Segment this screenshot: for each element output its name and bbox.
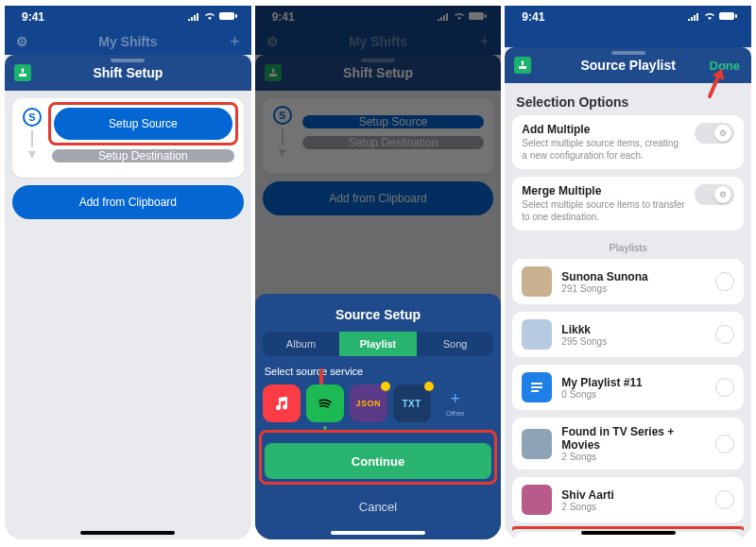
plus-icon: +	[230, 32, 240, 52]
setup-source-label: Setup Source	[109, 117, 178, 130]
home-indicator[interactable]	[581, 531, 676, 535]
playlist-art	[522, 372, 552, 402]
playlist-count: 0 Songs	[561, 389, 706, 400]
screen-source-playlist: 9:41 Source Playlist Done Selection Opti…	[505, 6, 751, 539]
wifi-icon	[203, 10, 216, 24]
playlist-radio[interactable]	[715, 325, 734, 344]
home-indicator[interactable]	[80, 531, 175, 535]
source-setup-sheet: Source Setup Album Playlist Song Select …	[255, 294, 502, 539]
sheet-title: Shift Setup	[93, 65, 163, 80]
cancel-label: Cancel	[359, 500, 397, 514]
seg-playlist[interactable]: Playlist	[339, 332, 417, 356]
service-other[interactable]: + Other	[437, 385, 474, 422]
signal-icon	[187, 10, 200, 24]
continue-button[interactable]: Continue	[265, 443, 492, 479]
export-icon[interactable]	[514, 57, 531, 74]
highlight-continue: Continue	[263, 434, 494, 481]
arrow-down-icon: ▼	[26, 147, 39, 161]
playlist-radio[interactable]	[715, 490, 734, 509]
sheet-handle[interactable]	[611, 51, 645, 55]
svg-rect-1	[235, 14, 237, 18]
svg-rect-0	[219, 12, 234, 20]
home-indicator[interactable]	[331, 531, 425, 535]
signal-icon	[687, 10, 700, 24]
txt-label: TXT	[402, 399, 421, 409]
playlist-name: Sunona Sunona	[561, 270, 706, 283]
playlist-count: 2 Songs	[561, 452, 706, 462]
clipboard-label: Add from Clipboard	[79, 196, 177, 209]
other-label: Other	[446, 409, 465, 418]
toggle-merge-multiple[interactable]	[695, 184, 734, 205]
battery-icon	[719, 10, 738, 24]
playlist-list[interactable]: Sunona Sunona291 SongsLikkk295 SongsMy P…	[512, 259, 744, 539]
playlist-item[interactable]: Sunona Sunona291 Songs	[512, 259, 744, 304]
sheet-title: Source Playlist	[580, 58, 675, 73]
json-label: JSON	[355, 399, 381, 408]
playlist-name: Found in TV Series + Movies	[561, 425, 706, 452]
playlist-count: 2 Songs	[561, 502, 706, 512]
sheet-handle[interactable]	[111, 59, 145, 62]
select-service-label: Select source service	[265, 366, 494, 377]
playlist-art	[522, 319, 552, 350]
service-txt[interactable]: TXT	[393, 385, 431, 422]
status-bar: 9:41	[5, 6, 251, 28]
playlist-item[interactable]: My Playlist #110 Songs	[512, 365, 744, 410]
playlist-name: Shiv Aarti	[561, 488, 706, 502]
sheet-title: Source Setup	[263, 307, 494, 322]
status-bar: 9:41	[505, 6, 751, 28]
badge-icon	[381, 382, 390, 391]
playlist-item[interactable]: Found in TV Series + Movies2 Songs	[512, 418, 744, 470]
option-title: Merge Multiple	[522, 184, 685, 197]
badge-icon	[424, 382, 434, 391]
source-node-icon: S	[23, 108, 42, 127]
seg-song[interactable]: Song	[417, 332, 494, 356]
option-subtitle: Select multiple source items, creating a…	[522, 138, 685, 162]
option-merge-multiple[interactable]: Merge Multiple Select multiple source it…	[512, 177, 744, 231]
playlist-art	[522, 485, 552, 515]
setup-destination-button[interactable]: Setup Destination	[52, 149, 234, 162]
screen-source-setup: 9:41 ⚙ My Shifts + Shift Setup	[255, 6, 502, 539]
service-row: JSON TXT + Other	[263, 385, 494, 422]
segmented-control[interactable]: Album Playlist Song	[263, 332, 494, 356]
background-title: My Shifts	[98, 34, 157, 49]
battery-icon	[219, 10, 238, 24]
highlight-source: Setup Source	[52, 106, 234, 142]
playlist-radio[interactable]	[715, 435, 734, 453]
status-time: 9:41	[522, 10, 544, 24]
svg-rect-6	[735, 14, 737, 18]
playlist-item[interactable]: Shiv Aarti2 Songs	[512, 477, 744, 522]
continue-label: Continue	[352, 454, 404, 469]
screen-shift-setup: 9:41 ⚙ My Shifts +	[5, 6, 251, 539]
option-add-multiple[interactable]: Add Multiple Select multiple source item…	[512, 115, 744, 169]
add-from-clipboard-button[interactable]: Add from Clipboard	[12, 185, 244, 219]
wifi-icon	[703, 10, 716, 24]
playlist-art	[522, 429, 552, 459]
status-indicators	[687, 10, 738, 24]
service-spotify[interactable]	[306, 385, 344, 422]
playlist-art	[522, 266, 552, 297]
seg-album[interactable]: Album	[263, 332, 340, 356]
setup-card: S ▼ Setup Source Setup Destination	[12, 98, 244, 178]
playlists-header: Playlists	[512, 242, 744, 253]
export-icon[interactable]	[14, 64, 31, 81]
flow-rail: S ▼	[22, 108, 43, 161]
svg-rect-5	[719, 12, 734, 20]
plus-icon: +	[450, 390, 460, 407]
service-apple-music[interactable]	[263, 385, 301, 422]
status-time: 9:41	[22, 10, 44, 24]
toggle-add-multiple[interactable]	[695, 123, 734, 144]
status-indicators	[187, 10, 238, 24]
playlist-item[interactable]: Likkk295 Songs	[512, 312, 744, 357]
background-header	[505, 28, 751, 47]
cancel-button[interactable]: Cancel	[263, 488, 494, 524]
sheet-header: Shift Setup	[5, 55, 251, 91]
setup-source-button[interactable]: Setup Source	[54, 108, 232, 140]
option-title: Add Multiple	[522, 123, 685, 136]
background-header: ⚙ My Shifts +	[5, 28, 251, 55]
playlist-radio[interactable]	[715, 272, 734, 291]
playlist-name: My Playlist #11	[561, 376, 706, 389]
service-json[interactable]: JSON	[350, 385, 387, 422]
playlist-radio[interactable]	[715, 378, 734, 397]
playlist-count: 291 Songs	[561, 283, 706, 294]
playlist-name: Likkk	[561, 323, 706, 336]
